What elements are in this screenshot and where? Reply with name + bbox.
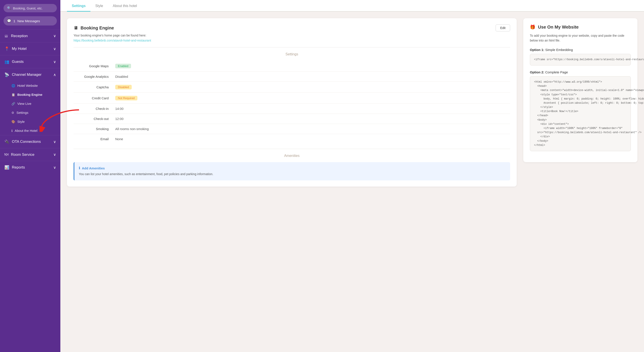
tabs-bar: Settings Style About this hotel [60,0,644,12]
amenities-title: ℹ Add Amenities [79,166,506,170]
settings-row-checkin: Check-in 14:00 [74,104,510,114]
search-bar[interactable]: 🔍 Booking, Guest, etc. [4,4,57,12]
ota-icon: 🔌 [4,139,9,144]
website-widget-title: 🎁 Use On My Website [530,24,631,30]
sidebar-label-hotel-website: Hotel Website [17,84,38,88]
label-checkout: Check-out [74,117,109,121]
main-content: Settings Style About this hotel 🖥 Bookin… [60,0,644,352]
sidebar-item-reports[interactable]: 📊 Reports ∨ [0,161,60,174]
booking-engine-card: 🖥 Booking Engine Edit Your booking engin… [67,18,517,187]
about-hotel-icon: ℹ [12,129,12,133]
sidebar-item-channel-manager[interactable]: 📡 Channel Manager ∧ [0,68,60,81]
sidebar: 🔍 Booking, Guest, etc. 💬 1 New Messages … [0,0,60,352]
reception-icon: 🛎 [4,34,8,38]
label-email: Email [74,137,109,141]
chevron-room-service: ∨ [53,152,56,157]
tab-about-hotel[interactable]: About this hotel [108,0,142,12]
message-icon: 💬 [7,19,11,23]
value-smoking: All rooms non-smoking [115,127,149,131]
value-email: None [115,137,123,141]
option2-label: Option 2: Complete Page [530,70,631,74]
sidebar-label-ota: OTA Connections [12,140,41,144]
content-area: 🖥 Booking Engine Edit Your booking engin… [60,12,644,352]
search-icon: 🔍 [7,6,11,10]
sidebar-label-style: Style [17,120,24,124]
label-google-maps: Google Maps [74,64,109,68]
website-widget-card: 🎁 Use On My Website To add your booking … [523,18,638,162]
value-credit-card: Not Required [115,96,138,100]
chevron-up-icon: ∧ [53,73,56,77]
amenities-section-title: Amenities [74,154,510,158]
website-widget-desc: To add your booking engine to your websi… [530,33,631,43]
card-header: 🖥 Booking Engine Edit [74,24,510,32]
value-google-analytics: Disabled [115,75,128,79]
chevron-icon-hotel: ∨ [53,47,56,51]
sidebar-item-my-hotel[interactable]: 📍 My Hotel ∨ [0,42,60,55]
new-messages-button[interactable]: 💬 1 New Messages [4,16,57,26]
sidebar-item-view-live[interactable]: 🔗 View Live [0,99,60,108]
amenities-box: ℹ Add Amenities You can list your hotel … [74,162,510,180]
settings-row-google-maps: Google Maps Enabled [74,61,510,72]
sidebar-label-reports: Reports [12,165,25,170]
amenities-desc: You can list your hotel amenities, such … [79,172,506,176]
settings-row-checkout: Check-out 12:00 [74,114,510,124]
settings-section-title: Settings [74,52,510,56]
card-title: 🖥 Booking Engine [74,26,114,31]
option1-label: Option 1: Simple Embedding [530,48,631,52]
sidebar-label-booking-engine: Booking Engine [17,93,42,97]
channel-manager-icon: 📡 [4,72,9,77]
search-placeholder: Booking, Guest, etc. [13,6,42,10]
settings-row-captcha: Captcha Disabled [74,82,510,93]
room-service-icon: 🍽 [4,152,8,157]
booking-engine-link[interactable]: https://booking.bellebnb.com/atavoli-hot… [74,39,151,42]
divider-1 [74,47,510,48]
sidebar-item-guests[interactable]: 👥 Guests ∨ [0,55,60,68]
sidebar-item-style[interactable]: 🎨 Style [0,117,60,126]
gift-icon: 🎁 [530,24,535,30]
sidebar-item-reception[interactable]: 🛎 Reception ∨ [0,30,60,42]
sidebar-item-booking-engine[interactable]: 📋 Booking Engine [0,90,60,99]
sidebar-item-ota-connections[interactable]: 🔌 OTA Connections ∨ [0,135,60,148]
sidebar-label-my-hotel: My Hotel [12,47,26,51]
sidebar-label-reception: Reception [11,34,28,38]
sidebar-label-channel-manager: Channel Manager [12,73,42,77]
guests-icon: 👥 [4,59,9,64]
value-google-maps: Enabled [115,64,131,68]
sidebar-label-settings: Settings [16,111,28,115]
sidebar-label-view-live: View Live [17,102,32,106]
settings-row-email: Email None [74,134,510,144]
sidebar-label-guests: Guests [12,60,24,64]
code-box-option1: <iframe src="https://booking.bellebnb.co… [530,54,631,66]
new-messages-label: New Messages [17,19,40,23]
label-smoking: Smoking [74,127,109,131]
sidebar-item-hotel-website[interactable]: 🌐 Hotel Website [0,81,60,90]
hotel-website-icon: 🌐 [12,84,15,88]
settings-icon: ⚙ [12,111,14,115]
tab-settings[interactable]: Settings [67,0,90,12]
value-checkout: 12:00 [115,117,124,121]
sidebar-item-settings[interactable]: ⚙ Settings [0,108,60,117]
style-icon: 🎨 [12,120,15,124]
tab-style[interactable]: Style [90,0,108,12]
new-messages-count: 1 [14,19,15,23]
label-google-analytics: Google Analytics [74,75,109,79]
chevron-reports: ∨ [53,165,56,170]
my-hotel-icon: 📍 [4,46,9,51]
reports-icon: 📊 [4,165,9,170]
edit-button[interactable]: Edit [496,24,510,32]
amenities-icon: ℹ [79,166,80,170]
value-captcha: Disabled [115,85,132,89]
chevron-ota: ∨ [53,140,56,144]
settings-row-credit-card: Credit Card Not Required [74,93,510,104]
sidebar-item-about-hotel[interactable]: ℹ About the Hotel [0,126,60,135]
chevron-icon: ∨ [53,34,56,38]
booking-engine-card-icon: 🖥 [74,26,78,31]
sidebar-item-room-service[interactable]: 🍽 Room Service ∨ [0,148,60,161]
label-credit-card: Credit Card [74,96,109,100]
code-box-option2: <html xmlns="http://www.w3.org/1999/xhtm… [530,76,631,151]
settings-grid: Google Maps Enabled Google Analytics Dis… [74,61,510,144]
booking-engine-icon: 📋 [12,93,15,97]
chevron-icon-guests: ∨ [53,60,56,64]
value-checkin: 14:00 [115,107,124,111]
sidebar-label-room-service: Room Service [11,153,34,157]
